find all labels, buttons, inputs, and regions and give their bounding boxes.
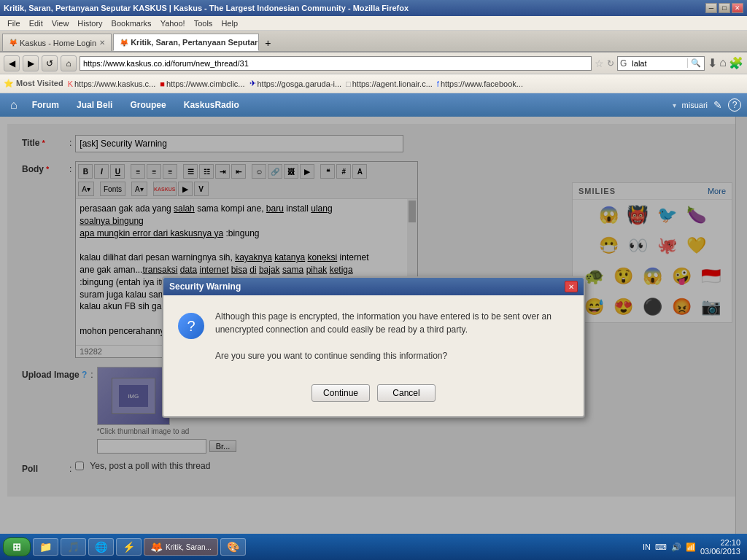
bookmark-garuda[interactable]: ✈ https://gosga.garuda-i... xyxy=(249,79,342,88)
taskbar-time: 22:10 xyxy=(700,538,740,547)
menu-history[interactable]: History xyxy=(73,18,107,28)
nav-bar: ⌂ Forum Jual Beli Groupee KaskusRadio ▾ … xyxy=(0,93,747,117)
tab-kritik-label: Kritik, Saran, Pertanyaan Seputar KAS... xyxy=(131,38,259,47)
address-input[interactable] xyxy=(80,56,592,71)
new-tab-button[interactable]: + xyxy=(260,35,275,51)
media-icon: 🎵 xyxy=(67,541,80,553)
refresh-button[interactable]: ↺ xyxy=(42,55,58,71)
home-nav-button[interactable]: ⌂ xyxy=(61,55,77,71)
taskbar-app-chrome[interactable]: 🌐 xyxy=(88,538,114,556)
taskbar-app-lightning[interactable]: ⚡ xyxy=(116,538,142,556)
forward-button[interactable]: ▶ xyxy=(23,55,39,71)
main-wrapper: Title * : Body * : B I U xyxy=(0,117,747,534)
explorer-icon: 📁 xyxy=(39,541,52,553)
window-title: Kritik, Saran, Pertanyaan Seputar KASKUS… xyxy=(4,4,409,12)
bookmark-cimb[interactable]: ■ https://www.cimbclic... xyxy=(160,79,244,88)
cancel-button[interactable]: Cancel xyxy=(377,384,436,402)
taskbar-keyboard-icon: ⌨ xyxy=(655,542,667,552)
maximize-button[interactable]: □ xyxy=(719,3,730,13)
menu-bar: File Edit View History Bookmarks Yahoo! … xyxy=(0,16,747,31)
firefox-icon: 🦊 xyxy=(150,541,163,553)
taskbar-app-paint[interactable]: 🎨 xyxy=(220,538,246,556)
continue-button[interactable]: Continue xyxy=(311,384,370,402)
nav-search-icon: ▾ xyxy=(673,101,676,109)
start-button[interactable]: ⊞ xyxy=(3,537,31,556)
lightning-icon: ⚡ xyxy=(123,541,135,553)
dialog-message1: Although this page is encrypted, the inf… xyxy=(215,310,569,336)
window-controls: ─ □ ✕ xyxy=(705,3,743,13)
nav-edit-icon[interactable]: ✎ xyxy=(713,99,722,111)
search-box: G 🔍 xyxy=(617,56,705,71)
dialog-icon: ? xyxy=(178,313,204,339)
tab-kritik[interactable]: 🦊 Kritik, Saran, Pertanyaan Seputar KAS.… xyxy=(113,34,259,51)
home-icon[interactable]: ⌂ xyxy=(719,56,727,70)
dialog-message2: Are you sure you want to continue sendin… xyxy=(215,349,569,362)
back-button[interactable]: ◀ xyxy=(4,55,20,71)
menu-bookmarks[interactable]: Bookmarks xyxy=(107,18,156,28)
nav-help-icon[interactable]: ? xyxy=(728,98,741,112)
tab-bar: 🦊 Kaskus - Home Login ✕ 🦊 Kritik, Saran,… xyxy=(0,31,747,52)
bookmark-star-icon[interactable]: ☆ xyxy=(595,58,604,69)
menu-view[interactable]: View xyxy=(47,18,74,28)
tab-home-login-close[interactable]: ✕ xyxy=(99,39,105,47)
nav-home-icon[interactable]: ⌂ xyxy=(6,97,22,113)
browser-content: Title * : Body * : B I U xyxy=(0,117,747,534)
menu-tools[interactable]: Tools xyxy=(190,18,217,28)
nav-username[interactable]: misuari xyxy=(682,101,708,109)
dialog-title: Security Warning xyxy=(169,281,241,292)
dialog-body: ? Although this page is encrypted, the i… xyxy=(163,295,584,377)
dialog-titlebar: Security Warning ✕ xyxy=(163,278,584,295)
tab-home-login[interactable]: 🦊 Kaskus - Home Login ✕ xyxy=(2,34,112,51)
taskbar-date: 03/06/2013 xyxy=(700,547,740,556)
taskbar-app-explorer[interactable]: 📁 xyxy=(33,538,58,556)
taskbar-clock: 22:10 03/06/2013 xyxy=(700,538,740,556)
taskbar-network-icon: 📶 xyxy=(686,542,696,552)
google-icon: G xyxy=(618,58,629,69)
taskbar-app-media[interactable]: 🎵 xyxy=(61,538,86,556)
nav-forum[interactable]: Forum xyxy=(25,98,66,112)
taskbar: ⊞ 📁 🎵 🌐 ⚡ 🦊 Kritik, Saran... 🎨 IN ⌨ 🔊 📶 … xyxy=(0,534,747,560)
taskbar-lang: IN xyxy=(643,542,651,551)
dialog-buttons: Continue Cancel xyxy=(163,377,584,416)
most-visited-label: ⭐ Most Visited xyxy=(4,79,63,88)
address-icons: ⬇ ⌂ 🧩 xyxy=(708,56,743,70)
dialog-text: Although this page is encrypted, the inf… xyxy=(215,310,569,362)
bookmark-facebook[interactable]: f https://www.facebook... xyxy=(437,79,523,88)
menu-edit[interactable]: Edit xyxy=(25,18,47,28)
bookmark-kaskus[interactable]: K https://www.kaskus.c... xyxy=(68,79,156,88)
search-input[interactable] xyxy=(629,58,687,69)
search-button[interactable]: 🔍 xyxy=(687,58,704,68)
addon-icon[interactable]: 🧩 xyxy=(729,56,743,70)
nav-right: ▾ misuari ✎ ? xyxy=(673,98,741,112)
taskbar-right: IN ⌨ 🔊 📶 22:10 03/06/2013 xyxy=(643,538,744,556)
close-button[interactable]: ✕ xyxy=(732,3,743,13)
nav-jualbeli[interactable]: Jual Beli xyxy=(69,98,120,112)
menu-file[interactable]: File xyxy=(3,18,25,28)
paint-icon: 🎨 xyxy=(227,541,239,553)
refresh-icon: ↻ xyxy=(607,58,614,69)
taskbar-volume-icon[interactable]: 🔊 xyxy=(671,542,681,552)
dialog-overlay: Security Warning ✕ ? Although this page … xyxy=(0,117,747,534)
menu-help[interactable]: Help xyxy=(217,18,242,28)
bookmarks-bar: ⭐ Most Visited K https://www.kaskus.c...… xyxy=(0,74,747,93)
menu-yahoo[interactable]: Yahoo! xyxy=(156,18,190,28)
tab-home-login-label: Kaskus - Home Login xyxy=(20,39,96,47)
firefox-label: Kritik, Saran... xyxy=(166,543,212,551)
title-bar: Kritik, Saran, Pertanyaan Seputar KASKUS… xyxy=(0,0,747,16)
address-bar: ◀ ▶ ↺ ⌂ ☆ ↻ G 🔍 ⬇ ⌂ 🧩 xyxy=(0,52,747,74)
nav-groupee[interactable]: Groupee xyxy=(123,98,173,112)
bookmark-lion[interactable]: □ https://agent.lionair.c... xyxy=(346,79,433,88)
minimize-button[interactable]: ─ xyxy=(705,3,717,13)
security-dialog: Security Warning ✕ ? Although this page … xyxy=(162,276,585,418)
taskbar-app-firefox[interactable]: 🦊 Kritik, Saran... xyxy=(144,538,218,556)
chrome-icon: 🌐 xyxy=(95,541,107,553)
windows-logo: ⊞ xyxy=(12,541,21,553)
download-icon[interactable]: ⬇ xyxy=(708,56,717,70)
nav-kaskusradio[interactable]: KaskusRadio xyxy=(177,98,247,112)
dialog-close-button[interactable]: ✕ xyxy=(565,281,578,292)
